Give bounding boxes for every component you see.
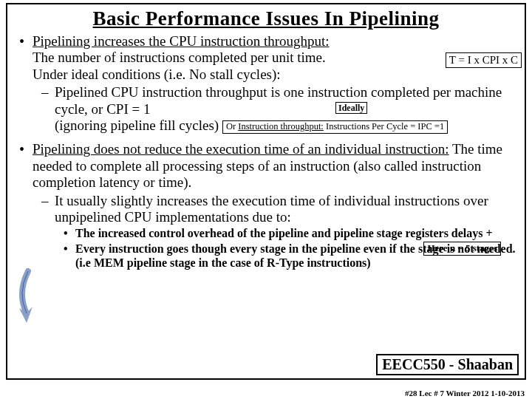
bullet-1: Pipelining increases the CPU instruction…: [13, 33, 519, 134]
b2-sub1: It usually slightly increases the execut…: [33, 193, 519, 270]
bullet-2: Pipelining does not reduce the execution…: [13, 141, 519, 270]
b2-bb1: The increased control overhead of the pi…: [55, 227, 519, 241]
ipc-rest: Instructions Per Cycle = IPC =1: [324, 121, 444, 132]
b2-bb1-text: The increased control overhead of the pi…: [75, 227, 493, 239]
formula-box: T = I x CPI x C: [446, 52, 522, 68]
curved-arrow-icon: [13, 267, 43, 327]
slide: Basic Performance Issues In Pipelining P…: [0, 0, 532, 399]
b2-lead: Pipelining does not reduce the execution…: [33, 141, 449, 157]
slide-frame: Basic Performance Issues In Pipelining P…: [6, 3, 526, 380]
slide-content: Pipelining increases the CPU instruction…: [13, 33, 519, 270]
ipc-or: Or: [226, 121, 238, 132]
b1-sub1: Pipelined CPU instruction throughput is …: [33, 84, 519, 134]
b1-lead: Pipelining increases the CPU instruction…: [33, 33, 330, 49]
ipc-u: Instruction throughput:: [238, 121, 324, 132]
b1-sub1b: (ignoring pipeline fill cycles): [55, 117, 219, 133]
slide-title: Basic Performance Issues In Pipelining: [13, 7, 519, 30]
b1-line1: The number of instructions completed per…: [33, 50, 326, 65]
ipc-box: Or Instruction throughput: Instructions …: [222, 120, 448, 134]
footer-text: #28 Lec # 7 Winter 2012 1-10-2013: [405, 389, 525, 398]
b1-line2: Under ideal conditions (i.e. No stall cy…: [33, 66, 281, 82]
b2-bb2: Every instruction goes though every stag…: [55, 242, 519, 270]
b2-sub1-text: It usually slightly increases the execut…: [55, 193, 488, 225]
b1-sub1a: Pipelined CPU instruction throughput is …: [55, 84, 502, 116]
ideally-box: Ideally: [335, 102, 367, 114]
course-box: EECC550 - Shaaban: [376, 354, 519, 375]
